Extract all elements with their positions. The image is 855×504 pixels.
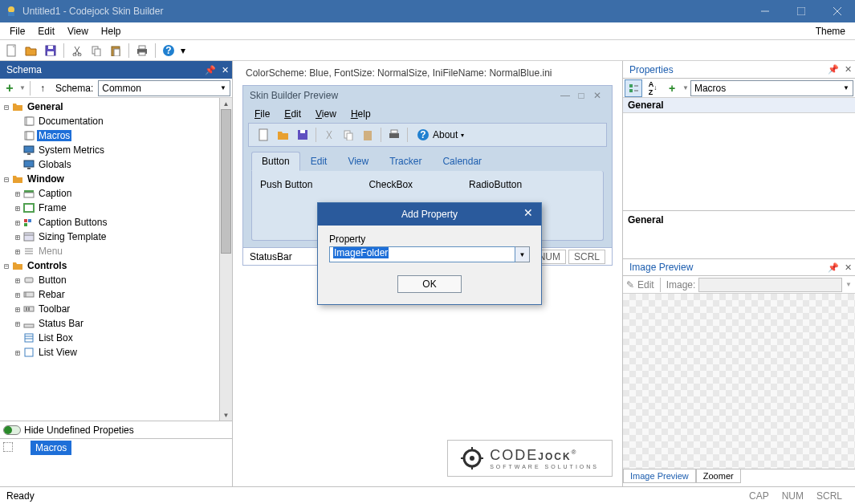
preview-maximize-icon[interactable]: □ bbox=[573, 90, 589, 101]
add-dropdown-icon[interactable]: ▼ bbox=[682, 84, 689, 91]
property-dropdown-icon[interactable]: ▼ bbox=[515, 246, 530, 262]
preview-about-button[interactable]: ? About ▾ bbox=[412, 128, 469, 141]
tree-list-box[interactable]: List Box bbox=[37, 332, 75, 343]
pin-icon[interactable]: 📌 bbox=[826, 64, 841, 75]
close-panel-icon[interactable]: ✕ bbox=[841, 262, 855, 273]
close-panel-icon[interactable]: ✕ bbox=[841, 64, 855, 75]
preview-menu-edit[interactable]: Edit bbox=[279, 108, 306, 120]
image-combo[interactable] bbox=[698, 278, 842, 292]
menu-file[interactable]: File bbox=[3, 24, 31, 39]
preview-tab-calendar[interactable]: Calendar bbox=[432, 152, 492, 171]
edit-label[interactable]: Edit bbox=[637, 279, 654, 291]
bottom-tab-macros[interactable]: Macros bbox=[31, 441, 71, 455]
tree-caption-buttons[interactable]: Caption Buttons bbox=[37, 217, 108, 228]
expand-icon[interactable]: ⊞ bbox=[13, 233, 22, 242]
schema-combo[interactable]: Common▼ bbox=[98, 80, 230, 96]
preview-new-icon[interactable] bbox=[255, 126, 273, 144]
close-panel-icon[interactable]: ✕ bbox=[218, 63, 232, 77]
print-icon[interactable] bbox=[133, 42, 151, 59]
preview-tab-button[interactable]: Button bbox=[251, 152, 300, 171]
scroll-thumb[interactable] bbox=[221, 109, 231, 254]
tree-documentation[interactable]: Documentation bbox=[37, 116, 105, 127]
tree-window[interactable]: Window bbox=[26, 173, 66, 185]
properties-combo[interactable]: Macros▼ bbox=[690, 80, 853, 96]
preview-close-icon[interactable]: ✕ bbox=[589, 90, 605, 101]
preview-print-icon[interactable] bbox=[385, 126, 403, 144]
add-dropdown-icon[interactable]: ▼ bbox=[19, 84, 26, 91]
pin-icon[interactable]: 📌 bbox=[203, 63, 218, 77]
tab-image-preview[interactable]: Image Preview bbox=[623, 469, 696, 483]
preview-save-icon[interactable] bbox=[294, 126, 311, 144]
menu-theme[interactable]: Theme bbox=[809, 24, 852, 39]
expand-icon[interactable]: ⊞ bbox=[13, 218, 22, 227]
tree-globals[interactable]: Globals bbox=[37, 159, 73, 170]
tree-menu[interactable]: Menu bbox=[37, 246, 64, 257]
tree-system-metrics[interactable]: System Metrics bbox=[37, 144, 106, 156]
menu-view[interactable]: View bbox=[61, 24, 95, 39]
tree-list-view[interactable]: List View bbox=[37, 347, 79, 358]
tree-frame[interactable]: Frame bbox=[37, 202, 68, 213]
expand-icon[interactable]: ⊞ bbox=[13, 305, 22, 314]
preview-tab-view[interactable]: View bbox=[337, 152, 379, 171]
tree-button[interactable]: Button bbox=[37, 274, 68, 286]
cut-icon[interactable] bbox=[68, 42, 86, 59]
preview-menu-view[interactable]: View bbox=[311, 108, 341, 120]
open-icon[interactable] bbox=[22, 42, 40, 59]
ok-button[interactable]: OK bbox=[397, 275, 462, 293]
property-category-general[interactable]: General bbox=[623, 98, 855, 113]
close-button[interactable] bbox=[819, 0, 855, 22]
help-dropdown-icon[interactable]: ▾ bbox=[179, 42, 187, 59]
tree-rebar[interactable]: Rebar bbox=[37, 289, 67, 300]
up-arrow-icon[interactable]: ↑ bbox=[35, 80, 51, 96]
tree-status-bar[interactable]: Status Bar bbox=[37, 318, 85, 329]
copy-icon[interactable] bbox=[88, 42, 105, 59]
tab-zoomer[interactable]: Zoomer bbox=[696, 469, 741, 483]
expand-icon[interactable]: ⊞ bbox=[13, 319, 22, 328]
alphabetical-icon[interactable]: AZ↓ bbox=[644, 79, 662, 97]
preview-copy-icon[interactable] bbox=[340, 126, 357, 144]
minimize-button[interactable] bbox=[747, 0, 783, 22]
add-icon[interactable]: + bbox=[2, 80, 18, 96]
paste-icon[interactable] bbox=[107, 42, 124, 59]
expand-icon[interactable]: ⊞ bbox=[13, 348, 22, 357]
preview-menu-file[interactable]: File bbox=[250, 108, 275, 120]
menu-edit[interactable]: Edit bbox=[31, 24, 61, 39]
add-property-icon[interactable]: + bbox=[663, 79, 681, 97]
dialog-close-icon[interactable]: ✕ bbox=[520, 206, 536, 219]
expand-icon[interactable]: ⊞ bbox=[13, 276, 22, 285]
maximize-button[interactable] bbox=[783, 0, 819, 22]
preview-minimize-icon[interactable]: — bbox=[557, 90, 573, 101]
expand-icon[interactable]: ⊞ bbox=[13, 189, 22, 198]
preview-menu-help[interactable]: Help bbox=[346, 108, 376, 120]
preview-paste-icon[interactable] bbox=[359, 126, 377, 144]
expand-icon[interactable]: ⊞ bbox=[13, 247, 22, 256]
tree-controls[interactable]: Controls bbox=[26, 260, 68, 271]
new-icon[interactable] bbox=[3, 42, 21, 59]
property-input[interactable]: ImageFolder bbox=[329, 246, 515, 262]
collapse-icon[interactable]: ⊟ bbox=[2, 175, 11, 184]
scroll-down-icon[interactable]: ▼ bbox=[220, 409, 232, 421]
tree-sizing-template[interactable]: Sizing Template bbox=[37, 231, 108, 242]
scrollbar[interactable]: ▲ ▼ bbox=[219, 98, 232, 421]
properties-grid[interactable] bbox=[623, 113, 855, 210]
tree-caption[interactable]: Caption bbox=[37, 188, 73, 199]
scroll-up-icon[interactable]: ▲ bbox=[220, 98, 232, 109]
categorized-icon[interactable] bbox=[625, 79, 642, 97]
expand-icon[interactable]: ⊞ bbox=[13, 204, 22, 213]
preview-cut-icon[interactable] bbox=[320, 126, 338, 144]
collapse-icon[interactable]: ⊟ bbox=[2, 103, 11, 112]
toggle-switch[interactable] bbox=[3, 425, 21, 435]
pin-icon[interactable]: 📌 bbox=[826, 262, 841, 273]
save-icon[interactable] bbox=[42, 42, 59, 59]
preview-open-icon[interactable] bbox=[275, 126, 292, 144]
tree-general[interactable]: General bbox=[26, 101, 65, 112]
menu-help[interactable]: Help bbox=[95, 24, 128, 39]
preview-tab-edit[interactable]: Edit bbox=[300, 152, 338, 171]
schema-tree[interactable]: ⊟General Documentation Macros System Met… bbox=[0, 98, 219, 421]
tree-macros[interactable]: Macros bbox=[37, 130, 71, 141]
edit-image-icon[interactable]: ✎ bbox=[626, 279, 634, 291]
dialog-title-bar[interactable]: Add Property ✕ bbox=[318, 203, 541, 226]
expand-icon[interactable]: ⊞ bbox=[13, 291, 22, 299]
tree-toolbar[interactable]: Toolbar bbox=[37, 303, 71, 315]
collapse-icon[interactable]: ⊟ bbox=[2, 262, 11, 270]
